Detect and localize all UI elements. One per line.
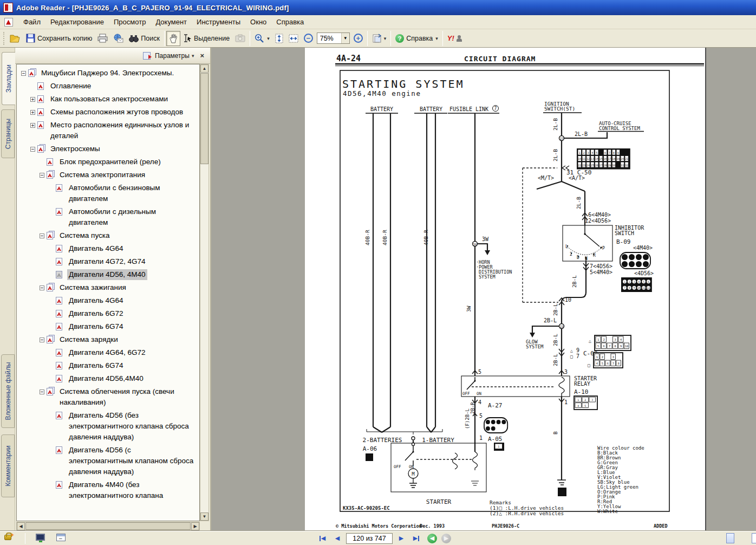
title-bar: Adobe Reader - [PHJE9026_A_B_C_PAJERO_91… — [0, 0, 756, 15]
continuous-layout-button[interactable] — [752, 533, 756, 543]
bookmark-item[interactable]: Двигатель 4D56 (без электромагнитного кл… — [19, 410, 198, 443]
zoom-level-input[interactable] — [317, 35, 341, 42]
bookmark-item[interactable]: Автомобили с бензиновым двигателем — [19, 183, 198, 204]
bookmark-item[interactable]: Двигатель 4D56 (с электромагнитным клапа… — [19, 445, 198, 477]
scroll-down-button[interactable]: ▼ — [200, 512, 208, 521]
collapse-icon[interactable]: − — [40, 233, 44, 238]
bookmark-item[interactable]: +Как пользоваться электросхемами — [19, 94, 198, 105]
save-copy-button[interactable]: Сохранить копию — [23, 31, 95, 46]
bookmark-label: Система зарядки — [58, 334, 120, 345]
bookmark-item[interactable]: Двигатели 4G64, 6G72 — [19, 347, 198, 358]
bookmark-item[interactable]: Двигатель 4M40 (без электромагнитного кл… — [19, 479, 198, 501]
window-mode-icon[interactable] — [56, 534, 66, 541]
print-button[interactable] — [95, 31, 110, 46]
search-button[interactable]: Поиск — [126, 31, 162, 46]
close-panel-button[interactable]: × — [198, 51, 206, 60]
collapse-icon[interactable]: − — [30, 147, 35, 152]
last-page-button[interactable]: ▶ — [410, 533, 423, 544]
status-bar: ◀ ◀ ▶ ▶ ◀ ▶ — [0, 531, 756, 545]
svg-text:FUSIBLE LINK: FUSIBLE LINK — [449, 106, 488, 112]
zoom-tool-button[interactable]: ▾ — [252, 31, 272, 46]
next-view-button[interactable]: ▶ — [441, 534, 451, 543]
first-page-button[interactable]: ◀ — [316, 533, 329, 544]
bookmark-item[interactable]: Автомобили с дизельным двигателем — [19, 206, 198, 228]
menu-item[interactable]: Документ — [151, 16, 192, 28]
bookmark-item[interactable]: +Место расположения единичных узлов и де… — [19, 120, 198, 141]
fit-width-button[interactable] — [286, 31, 301, 46]
expand-icon[interactable]: + — [30, 110, 35, 115]
yahoo-messenger-button[interactable]: Y! — [445, 31, 465, 46]
scroll-up-button[interactable]: ▲ — [200, 64, 208, 73]
bookmark-label: Двигатель 4G64 — [67, 295, 125, 306]
fit-page-button[interactable] — [272, 31, 286, 46]
bookmark-item[interactable]: Двигатель 6G74 — [19, 321, 198, 332]
bookmark-item[interactable]: −Система зажигания — [19, 282, 198, 293]
menu-item[interactable]: Справка — [271, 16, 309, 28]
zoom-out-button[interactable]: − — [301, 31, 316, 46]
sidebar-tab[interactable]: Страницы — [1, 109, 15, 158]
bookmark-item[interactable]: −Мицубиси Паджеро 94. Электросхемы. — [19, 68, 198, 79]
bookmark-item[interactable]: −Система облегчения пуска (свечи накалив… — [19, 386, 198, 408]
bookmark-item[interactable]: Двигатели 4D56, 4M40 — [19, 269, 198, 280]
scroll-left-button[interactable]: ◀ — [17, 522, 25, 530]
single-page-layout-button[interactable] — [726, 533, 734, 543]
svg-text:6: 6 — [648, 281, 649, 283]
previous-page-button[interactable]: ◀ — [331, 533, 344, 544]
bookmark-item[interactable]: Оглавление — [19, 81, 198, 92]
bookmark-item[interactable]: Двигатели 4D56,4M40 — [19, 373, 198, 384]
expand-icon[interactable]: + — [30, 123, 35, 128]
collapse-icon[interactable]: − — [40, 390, 44, 394]
zoom-level-caret[interactable]: ▾ — [341, 33, 349, 43]
collapse-icon[interactable]: − — [40, 173, 44, 178]
menu-item[interactable]: Инструменты — [192, 16, 245, 28]
select-tool-button[interactable]: Выделение — [180, 31, 232, 46]
previous-view-button[interactable]: ◀ — [427, 534, 437, 543]
bookmark-item[interactable]: Блок предохранителей (реле) — [19, 157, 198, 167]
svg-text:5: 5 — [584, 405, 586, 407]
bookmark-item[interactable]: Двигатель 6G72 — [19, 308, 198, 319]
zoom-in-button[interactable]: + — [351, 31, 366, 46]
menu-item[interactable]: Редактирование — [45, 16, 109, 28]
snapshot-tool-button[interactable] — [232, 31, 248, 46]
bookmark-item[interactable]: Двигатель 4G64 — [19, 243, 198, 254]
bookmarks-vertical-scrollbar[interactable]: ▲ ▼ — [200, 64, 209, 521]
document-pane[interactable]: 4A-24CIRCUIT DIAGRAMSTARTING SYSTEM4D56,… — [211, 48, 756, 531]
menu-item[interactable]: Файл — [18, 16, 45, 28]
bookmark-item[interactable]: +Схемы расположения жгутов проводов — [19, 107, 198, 118]
page-number-input[interactable] — [346, 533, 393, 544]
next-page-button[interactable]: ▶ — [395, 533, 408, 544]
bookmark-item[interactable]: −Система зарядки — [19, 334, 198, 345]
svg-text:7: 7 — [624, 287, 625, 289]
screen-mode-icon[interactable] — [36, 534, 45, 541]
svg-text:2-BATTERIES: 2-BATTERIES — [363, 437, 402, 444]
bookmark-item[interactable]: −Система пуска — [19, 230, 198, 241]
pdf-bookmark-icon — [47, 335, 55, 343]
bookmark-item[interactable]: Двигатели 4G72, 4G74 — [19, 256, 198, 267]
bookmarks-horizontal-scrollbar[interactable]: ◀ ▶ — [16, 522, 200, 530]
horizontal-scroll-thumb[interactable] — [25, 522, 191, 530]
scroll-right-button[interactable]: ▶ — [191, 522, 199, 530]
help-button[interactable]: ? Справка ▾ — [393, 31, 441, 46]
help-icon: ? — [395, 34, 404, 43]
bookmark-item[interactable]: Двигатель 6G74 — [19, 360, 198, 371]
collapse-icon[interactable]: − — [40, 338, 44, 342]
page-display-button[interactable]: ▾ — [369, 31, 389, 46]
menu-item[interactable]: Просмотр — [109, 16, 151, 28]
bookmark-item[interactable]: −Электросхемы — [19, 144, 198, 154]
email-button[interactable] — [110, 31, 126, 46]
hand-tool-button[interactable] — [166, 31, 180, 46]
sidebar-tab[interactable]: Закладки — [2, 52, 16, 105]
expand-icon[interactable]: + — [30, 97, 35, 102]
open-button[interactable] — [7, 31, 23, 46]
sidebar-tab[interactable]: Комментарии — [1, 434, 15, 497]
collapse-icon[interactable]: − — [40, 286, 44, 290]
bookmark-item[interactable]: Двигатель 4G64 — [19, 295, 198, 306]
options-button[interactable]: Параметры ▾ — [155, 52, 194, 60]
svg-text:3: 3 — [498, 420, 499, 424]
sidebar-tab[interactable]: Вложенные файлы — [1, 354, 15, 428]
vertical-scroll-thumb[interactable] — [200, 73, 208, 164]
collapse-icon[interactable]: − — [21, 71, 26, 76]
menu-item[interactable]: Окно — [245, 16, 271, 28]
bookmark-item[interactable]: −Система электропитания — [19, 170, 198, 180]
goto-bookmark-icon[interactable] — [143, 52, 151, 60]
